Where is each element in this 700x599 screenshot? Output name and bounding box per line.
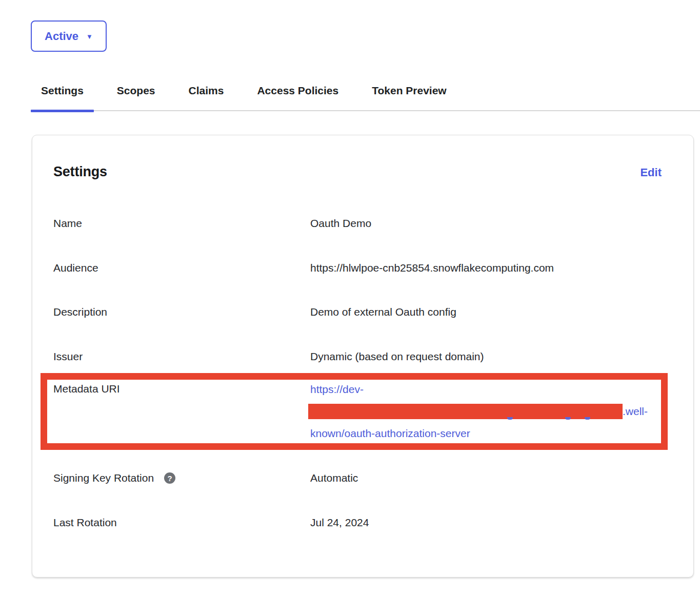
redaction-bar <box>308 404 623 419</box>
field-label: Metadata URI <box>53 382 310 396</box>
field-value: https://dev- .well- known/oauth-authoriz… <box>310 378 662 444</box>
field-value: Oauth Demo <box>310 216 662 231</box>
tab-claims[interactable]: Claims <box>178 82 234 110</box>
field-row-name: Name Oauth Demo <box>53 216 662 231</box>
metadata-uri-line-1: https://dev- <box>310 378 662 400</box>
settings-card: Settings Edit Name Oauth Demo Audience h… <box>32 135 694 577</box>
chevron-down-icon: ▼ <box>86 33 93 40</box>
card-title: Settings <box>53 164 107 180</box>
field-row-metadata-uri: Metadata URI https://dev- .well- known/o… <box>53 378 662 444</box>
status-dropdown-label: Active <box>45 30 78 43</box>
status-dropdown-button[interactable]: Active ▼ <box>31 20 107 52</box>
tab-bar: Settings Scopes Claims Access Policies T… <box>31 82 700 111</box>
edit-button[interactable]: Edit <box>640 166 662 179</box>
field-label: Signing Key Rotation ? <box>53 471 310 485</box>
tab-access-policies[interactable]: Access Policies <box>247 82 349 110</box>
field-row-audience: Audience https://hlwlpoe-cnb25854.snowfl… <box>53 261 662 275</box>
metadata-uri-line-2: .well- <box>310 400 662 422</box>
field-label: Last Rotation <box>53 515 310 530</box>
field-label: Description <box>53 305 310 319</box>
field-label-text: Signing Key Rotation <box>53 471 154 485</box>
metadata-uri-line-3: known/oauth-authorization-server <box>310 422 662 444</box>
tab-settings[interactable]: Settings <box>31 82 94 110</box>
field-label: Name <box>53 216 310 231</box>
redacted-text-descender <box>507 417 513 420</box>
field-row-last-rotation: Last Rotation Jul 24, 2024 <box>53 515 662 530</box>
tab-scopes[interactable]: Scopes <box>107 82 166 110</box>
redacted-text-descender <box>565 417 571 420</box>
tab-token-preview[interactable]: Token Preview <box>362 82 457 110</box>
card-header: Settings Edit <box>53 164 662 180</box>
redaction-wrap <box>308 400 623 422</box>
metadata-uri-line-2-text: .well- <box>623 405 648 417</box>
help-icon[interactable]: ? <box>164 472 175 484</box>
field-label: Audience <box>53 261 310 275</box>
field-row-description: Description Demo of external Oauth confi… <box>53 305 662 319</box>
metadata-uri-link[interactable]: https://dev- .well- known/oauth-authoriz… <box>310 378 662 444</box>
field-value: Demo of external Oauth config <box>310 305 662 319</box>
redacted-text-descender <box>585 417 590 420</box>
field-label: Issuer <box>53 349 310 364</box>
field-value: Dynamic (based on request domain) <box>310 349 662 364</box>
field-value: Automatic <box>310 471 662 485</box>
field-value: https://hlwlpoe-cnb25854.snowflakecomput… <box>310 261 662 275</box>
field-row-issuer: Issuer Dynamic (based on request domain) <box>53 349 662 364</box>
field-row-signing-key-rotation: Signing Key Rotation ? Automatic <box>53 471 662 485</box>
field-value: Jul 24, 2024 <box>310 515 662 530</box>
